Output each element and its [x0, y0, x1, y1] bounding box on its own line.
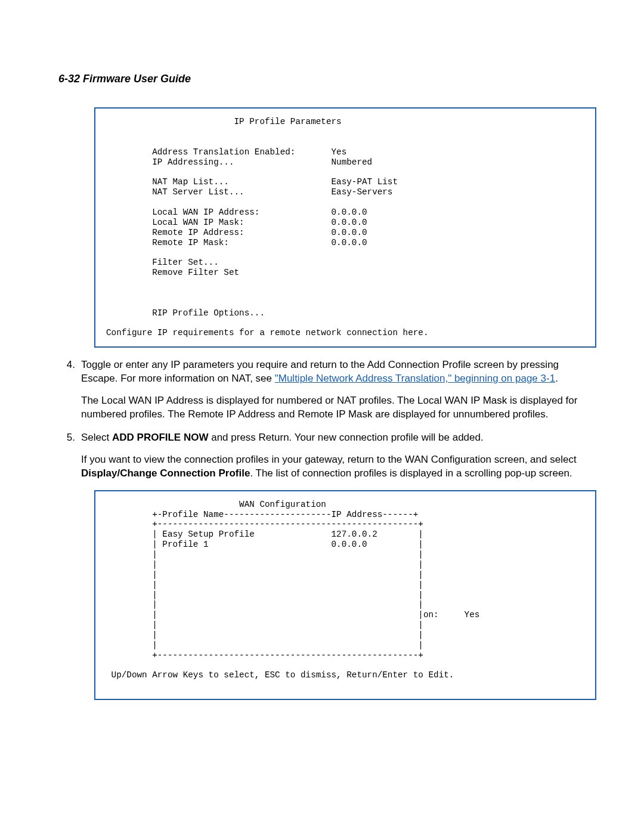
step-5-text-1b: and press Return. Your new connection pr… — [208, 432, 483, 443]
step-5-para-1: Select ADD PROFILE NOW and press Return.… — [81, 431, 596, 445]
step-5-number: 5. — [58, 431, 75, 445]
terminal-wan-configuration: WAN Configuration +-Profile Name--------… — [94, 490, 596, 700]
page-header: 6-32 Firmware User Guide — [58, 72, 596, 86]
step-4-text-1b: . — [555, 373, 558, 384]
step-4: 4. Toggle or enter any IP parameters you… — [58, 358, 596, 422]
step-4-para-1: Toggle or enter any IP parameters you re… — [81, 358, 596, 386]
nat-reference-link[interactable]: "Multiple Network Address Translation," … — [275, 373, 555, 384]
step-5-para-2: If you want to view the connection profi… — [81, 453, 596, 481]
step-5-text-1a: Select — [81, 432, 112, 443]
step-5-text-2b: . The list of connection profiles is dis… — [250, 467, 572, 479]
step-5: 5. Select ADD PROFILE NOW and press Retu… — [58, 431, 596, 481]
step-5-text-2a: If you want to view the connection profi… — [81, 454, 577, 465]
add-profile-now-label: ADD PROFILE NOW — [112, 432, 209, 443]
step-4-para-2: The Local WAN IP Address is displayed fo… — [81, 394, 596, 422]
step-4-number: 4. — [58, 358, 75, 372]
display-change-profile-label: Display/Change Connection Profile — [81, 467, 250, 479]
terminal-ip-profile-parameters: IP Profile Parameters Address Translatio… — [94, 107, 596, 348]
